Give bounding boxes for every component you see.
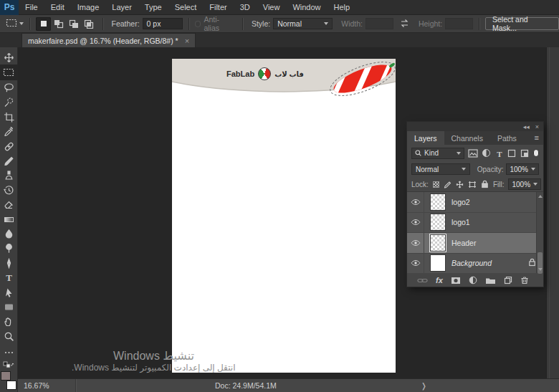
eraser-tool[interactable] bbox=[0, 198, 18, 212]
gradient-tool[interactable] bbox=[0, 212, 18, 226]
rectangular-marquee-tool[interactable] bbox=[0, 64, 18, 80]
layer-row-header-selected[interactable]: Header bbox=[407, 233, 543, 254]
edit-toolbar-ellipsis[interactable] bbox=[0, 345, 18, 359]
layer-row-background[interactable]: Background bbox=[407, 254, 543, 274]
delete-layer-trash-icon[interactable] bbox=[520, 276, 529, 285]
feather-input[interactable]: 0 px bbox=[143, 18, 183, 29]
filter-shape-layers-icon[interactable] bbox=[507, 148, 517, 158]
filter-smart-objects-icon[interactable] bbox=[520, 148, 530, 158]
layer-name[interactable]: Background bbox=[452, 259, 492, 267]
layer-style-fx-icon[interactable]: fx bbox=[436, 276, 443, 285]
brush-tool[interactable] bbox=[0, 153, 18, 168]
lock-image-pixels-icon[interactable] bbox=[444, 181, 452, 188]
layer-thumbnail[interactable] bbox=[430, 254, 446, 272]
lock-transparent-pixels-icon[interactable] bbox=[433, 181, 439, 188]
document-canvas[interactable]: FabLab فاب لاب bbox=[172, 59, 396, 373]
quick-selection-tool[interactable] bbox=[0, 95, 18, 110]
layer-name[interactable]: logo2 bbox=[452, 198, 470, 206]
lasso-tool[interactable] bbox=[0, 80, 18, 95]
lock-all-icon[interactable] bbox=[481, 180, 489, 188]
lock-position-icon[interactable] bbox=[456, 181, 464, 188]
layer-filtering-toggle[interactable] bbox=[533, 149, 539, 157]
menu-window[interactable]: Window bbox=[286, 0, 327, 15]
menu-filter[interactable]: Filter bbox=[203, 0, 233, 15]
fill-select[interactable]: 100% bbox=[508, 178, 541, 190]
link-layers-icon[interactable] bbox=[417, 277, 428, 284]
pen-tool[interactable] bbox=[0, 256, 18, 270]
history-brush-tool[interactable] bbox=[0, 183, 18, 197]
status-flyout-chevron[interactable]: ❭ bbox=[421, 381, 427, 390]
type-tool[interactable]: T bbox=[0, 270, 18, 285]
height-input[interactable] bbox=[445, 18, 473, 29]
panel-menu-icon[interactable]: ≡ bbox=[535, 131, 539, 145]
kind-filter-select[interactable]: Kind bbox=[411, 148, 464, 159]
new-layer-icon[interactable] bbox=[504, 276, 512, 285]
subtract-from-selection-button[interactable] bbox=[66, 17, 81, 31]
layer-name[interactable]: Header bbox=[452, 239, 476, 247]
menu-view[interactable]: View bbox=[257, 0, 287, 15]
tab-layers[interactable]: Layers bbox=[407, 131, 444, 145]
style-select[interactable]: Normal bbox=[273, 18, 333, 29]
path-selection-tool[interactable] bbox=[0, 285, 18, 300]
photoshop-logo[interactable]: Ps bbox=[0, 0, 19, 15]
scroll-down-icon[interactable] bbox=[538, 268, 543, 271]
layer-list-scrollbar[interactable] bbox=[536, 192, 543, 273]
menu-type[interactable]: Type bbox=[138, 0, 168, 15]
layer-row-logo1[interactable]: logo1 bbox=[407, 213, 543, 234]
blur-tool[interactable] bbox=[0, 226, 18, 241]
tab-paths[interactable]: Paths bbox=[490, 131, 524, 145]
filter-adjustment-layers-icon[interactable] bbox=[482, 148, 491, 158]
add-layer-mask-icon[interactable] bbox=[451, 277, 461, 285]
visibility-eye-icon[interactable] bbox=[407, 254, 424, 274]
add-to-selection-button[interactable] bbox=[51, 17, 66, 31]
striped-ellipse-logo-selected[interactable] bbox=[327, 59, 396, 99]
menu-edit[interactable]: Edit bbox=[44, 0, 71, 15]
scroll-up-icon[interactable] bbox=[538, 195, 543, 198]
width-input[interactable] bbox=[366, 18, 393, 29]
collapse-panel-icon[interactable]: ◂◂ bbox=[523, 123, 530, 130]
select-and-mask-button[interactable]: Select and Mask... bbox=[485, 17, 559, 30]
blend-mode-select[interactable]: Normal bbox=[411, 163, 470, 175]
lock-artboard-icon[interactable] bbox=[468, 181, 477, 188]
menu-image[interactable]: Image bbox=[71, 0, 106, 15]
filter-type-layers-icon[interactable]: T bbox=[494, 148, 504, 158]
hand-tool[interactable] bbox=[0, 315, 18, 329]
menu-select[interactable]: Select bbox=[168, 0, 204, 15]
close-panel-icon[interactable]: × bbox=[535, 123, 539, 130]
menu-3d[interactable]: 3D bbox=[234, 0, 257, 15]
layer-row-logo2[interactable]: logo2 bbox=[407, 192, 543, 213]
eyedropper-tool[interactable] bbox=[0, 125, 18, 139]
crop-tool[interactable] bbox=[0, 110, 18, 124]
menu-layer[interactable]: Layer bbox=[105, 0, 138, 15]
tab-channels[interactable]: Channels bbox=[444, 131, 490, 145]
menu-help[interactable]: Help bbox=[328, 0, 357, 15]
layer-thumbnail[interactable] bbox=[430, 214, 446, 231]
layer-thumbnail[interactable] bbox=[430, 234, 446, 252]
visibility-eye-icon[interactable] bbox=[407, 233, 424, 253]
layer-thumbnail[interactable] bbox=[430, 193, 446, 211]
close-tab-icon[interactable]: × bbox=[185, 37, 189, 45]
anti-alias-checkbox[interactable] bbox=[195, 21, 201, 27]
dodge-tool[interactable] bbox=[0, 242, 18, 256]
new-selection-button[interactable] bbox=[36, 17, 51, 31]
foreground-background-swatches[interactable] bbox=[1, 371, 16, 390]
new-adjustment-layer-icon[interactable] bbox=[469, 276, 477, 285]
intersect-selection-button[interactable] bbox=[81, 17, 96, 31]
opacity-select[interactable]: 100% bbox=[506, 163, 539, 175]
move-tool[interactable] bbox=[0, 50, 18, 64]
layer-name[interactable]: logo1 bbox=[452, 218, 470, 226]
foreground-color-swatch[interactable] bbox=[1, 371, 11, 381]
background-color-swatch[interactable] bbox=[6, 381, 16, 390]
zoom-tool[interactable] bbox=[0, 329, 18, 343]
visibility-eye-icon[interactable] bbox=[407, 213, 424, 233]
menu-file[interactable]: File bbox=[19, 0, 44, 15]
filter-pixel-layers-icon[interactable] bbox=[468, 148, 478, 158]
rectangle-shape-tool[interactable] bbox=[0, 300, 18, 314]
visibility-eye-icon[interactable] bbox=[407, 192, 424, 212]
new-group-folder-icon[interactable] bbox=[485, 277, 496, 285]
zoom-level-field[interactable]: 16.67% bbox=[18, 381, 55, 390]
swap-colors-icon[interactable] bbox=[0, 360, 18, 370]
clone-stamp-tool[interactable] bbox=[0, 168, 18, 183]
tool-preset-picker[interactable] bbox=[6, 18, 24, 29]
document-tab[interactable]: makerfaire.psd @ 16.7% (Header, RGB/8#) … bbox=[22, 33, 196, 47]
